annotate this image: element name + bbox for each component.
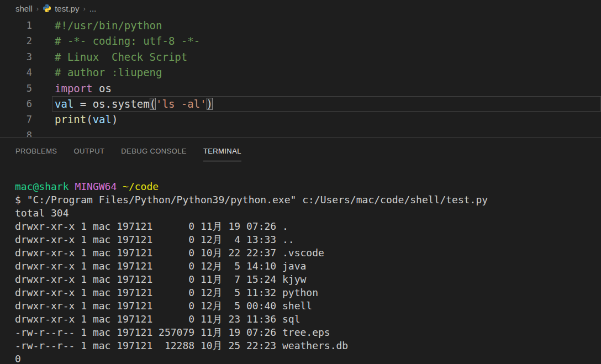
line-number: 1: [0, 18, 32, 33]
terminal-prompt: mac@shark MINGW64 ~/code: [15, 180, 601, 193]
bottom-panel: PROBLEMSOUTPUTDEBUG CONSOLETERMINAL mac@…: [0, 137, 601, 364]
terminal-prompt-segment: [69, 181, 75, 192]
code-token: (: [86, 113, 92, 125]
line-number: 3: [0, 49, 32, 65]
code-text: val = os.system('ls -al'): [32, 96, 213, 112]
code-token: os: [93, 82, 112, 94]
terminal-line: drwxr-xr-x 1 mac 197121 0 11月 23 11:36 s…: [15, 313, 601, 326]
code-token: # author :liupeng: [55, 66, 162, 78]
panel-tab-bar: PROBLEMSOUTPUTDEBUG CONSOLETERMINAL: [0, 138, 601, 164]
code-text: import os: [32, 81, 112, 96]
code-token: =: [73, 98, 92, 110]
code-token: import: [55, 82, 93, 94]
code-text: [32, 128, 55, 137]
breadcrumb: shell › test.py › ...: [0, 0, 601, 17]
code-line[interactable]: 7print(val): [0, 112, 601, 127]
terminal-line: -rw-r--r-- 1 mac 197121 257079 11月 19 07…: [15, 326, 601, 339]
terminal-line: drwxr-xr-x 1 mac 197121 0 12月 5 11:32 py…: [15, 286, 601, 299]
breadcrumb-item-folder[interactable]: shell: [15, 4, 33, 13]
terminal-line: drwxr-xr-x 1 mac 197121 0 11月 19 07:26 .: [15, 220, 601, 233]
code-editor[interactable]: 1#!/usr/bin/python2# -*- coding: utf-8 -…: [0, 17, 601, 137]
code-line[interactable]: 8: [0, 128, 601, 137]
line-number: 6: [0, 96, 32, 112]
code-token: #!/usr/bin/python: [55, 19, 162, 31]
code-token: os.system: [93, 98, 150, 110]
code-token: print: [55, 113, 86, 125]
code-token: 'ls -al': [156, 98, 207, 110]
terminal-line: drwxr-xr-x 1 mac 197121 0 11月 7 15:24 kj…: [15, 273, 601, 286]
code-token: val: [55, 98, 73, 110]
code-token: (: [150, 98, 156, 110]
terminal-line: 0: [15, 352, 601, 364]
terminal-line: drwxr-xr-x 1 mac 197121 0 12月 4 13:33 ..: [15, 233, 601, 246]
terminal-line: drwxr-xr-x 1 mac 197121 0 12月 5 14:10 ja…: [15, 260, 601, 273]
line-number: 7: [0, 112, 32, 127]
panel-tab-terminal[interactable]: TERMINAL: [203, 138, 241, 164]
code-line[interactable]: 2# -*- coding: utf-8 -*-: [0, 33, 601, 49]
line-number: 2: [0, 33, 32, 49]
code-text: # Linux Check Script: [32, 49, 187, 65]
code-line[interactable]: 4# author :liupeng: [0, 65, 601, 80]
code-token: # -*- coding: utf-8 -*-: [55, 35, 200, 47]
line-number: 4: [0, 65, 32, 80]
vscode-window: shell › test.py › ... 1#!/usr/bin/python…: [0, 0, 601, 364]
code-line[interactable]: 5import os: [0, 81, 601, 96]
terminal-line: total 304: [15, 207, 601, 220]
python-icon: [43, 4, 51, 13]
terminal[interactable]: mac@shark MINGW64 ~/code$ "C:/Program Fi…: [0, 164, 601, 364]
code-token: ): [207, 98, 213, 110]
terminal-line: $ "C:/Program Files/Python/Python39/pyth…: [15, 193, 601, 207]
terminal-line: drwxr-xr-x 1 mac 197121 0 12月 5 00:40 sh…: [15, 299, 601, 313]
line-number: 5: [0, 81, 32, 96]
terminal-line: -rw-r--r-- 1 mac 197121 12288 10月 25 22:…: [15, 339, 601, 352]
terminal-line: drwxr-xr-x 1 mac 197121 0 10月 22 22:37 .…: [15, 246, 601, 260]
terminal-prompt-segment: [117, 181, 123, 192]
code-token: # Linux Check Script: [55, 51, 187, 63]
terminal-prompt-segment: mac@shark: [15, 181, 69, 192]
panel-tab-debug-console[interactable]: DEBUG CONSOLE: [121, 138, 187, 164]
breadcrumb-item-symbol[interactable]: ...: [89, 4, 97, 13]
code-line[interactable]: 6val = os.system('ls -al'): [0, 96, 601, 112]
terminal-prompt-segment: MINGW64: [75, 181, 117, 192]
line-number: 8: [0, 128, 32, 137]
code-line[interactable]: 1#!/usr/bin/python: [0, 18, 601, 33]
code-text: # -*- coding: utf-8 -*-: [32, 33, 200, 49]
code-text: #!/usr/bin/python: [32, 18, 162, 33]
chevron-right-icon: ›: [36, 4, 39, 13]
panel-tab-output[interactable]: OUTPUT: [73, 138, 104, 164]
code-text: print(val): [32, 112, 118, 127]
code-line[interactable]: 3# Linux Check Script: [0, 49, 601, 65]
terminal-prompt-segment: ~/code: [123, 181, 159, 192]
panel-tab-problems[interactable]: PROBLEMS: [15, 138, 57, 164]
breadcrumb-item-file[interactable]: test.py: [55, 4, 79, 13]
code-text: # author :liupeng: [32, 65, 162, 80]
code-token: ): [112, 113, 118, 125]
chevron-right-icon: ›: [83, 4, 85, 13]
code-token: val: [93, 113, 112, 125]
